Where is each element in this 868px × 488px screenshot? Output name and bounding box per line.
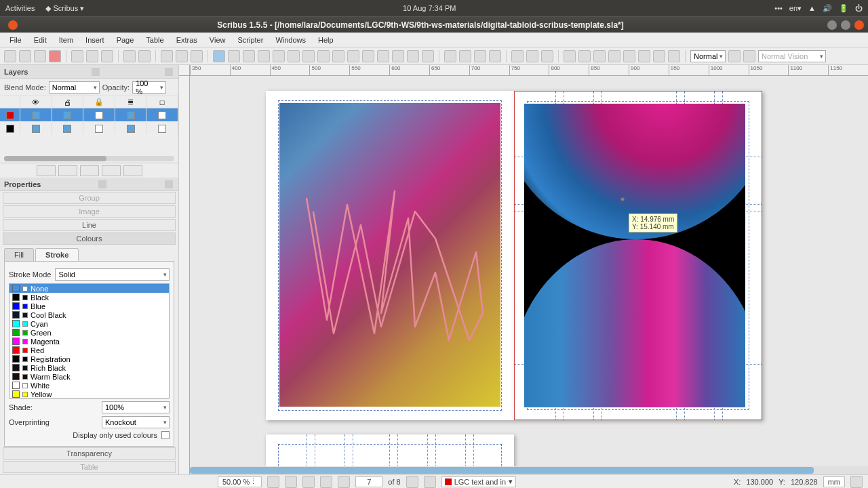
ruler-horizontal[interactable]: 3504004505005506006507007508008509009501… [190, 65, 868, 76]
select-tool-icon[interactable] [213, 50, 225, 62]
ruler-vertical[interactable] [179, 76, 190, 474]
menu-table[interactable]: Table [140, 35, 169, 45]
layer-row[interactable] [0, 122, 178, 136]
minimize-icon[interactable] [827, 20, 837, 30]
unit-select[interactable]: mm [823, 476, 845, 487]
current-layer-select[interactable]: LGC text and in ▾ [441, 476, 516, 487]
menu-help[interactable]: Help [313, 35, 339, 45]
dup-layer-button[interactable] [80, 165, 99, 176]
close-icon[interactable] [8, 20, 18, 30]
ruler-origin[interactable] [179, 65, 190, 76]
freehand-icon[interactable] [377, 50, 389, 62]
paste-icon[interactable] [191, 50, 203, 62]
indicator-icon[interactable]: ••• [774, 4, 783, 12]
tab-fill[interactable]: Fill [4, 248, 34, 261]
polygon-icon[interactable] [317, 50, 330, 62]
color-item[interactable]: Blue [9, 302, 169, 310]
checkbox-icon[interactable] [32, 125, 40, 133]
artwork-frame[interactable] [524, 104, 745, 407]
pdf-radio-icon[interactable] [578, 50, 591, 62]
pdf-text-icon[interactable] [593, 50, 606, 62]
checkbox-icon[interactable] [127, 111, 135, 119]
overprint-select[interactable]: Knockout [102, 416, 170, 428]
activities-button[interactable]: Activities [5, 4, 35, 12]
shade-select[interactable]: 100% [102, 401, 170, 413]
layer-row[interactable] [0, 108, 178, 122]
checkbox-icon[interactable] [32, 111, 40, 119]
spiral-icon[interactable] [332, 50, 344, 62]
link-frames-icon[interactable] [474, 50, 486, 62]
close-doc-icon[interactable] [49, 50, 61, 62]
zoom-field[interactable]: 50.00 % ⋮ [218, 476, 262, 487]
rotate-icon[interactable] [407, 50, 419, 62]
menu-page[interactable]: Page [111, 35, 140, 45]
copy-icon[interactable] [176, 50, 188, 62]
menu-extras[interactable]: Extras [171, 35, 203, 45]
edit-contents-icon[interactable] [444, 50, 456, 62]
status-extra-icon[interactable] [850, 476, 863, 488]
panel-close-icon[interactable] [165, 180, 173, 188]
pdf-icon[interactable] [101, 50, 113, 62]
remove-layer-button[interactable] [58, 165, 77, 176]
toggle-cms-icon[interactable] [728, 50, 741, 62]
checkbox-icon[interactable] [158, 111, 166, 119]
preflight-icon[interactable] [86, 50, 98, 62]
close-icon[interactable] [854, 20, 864, 30]
zoom-out-icon[interactable] [267, 476, 279, 488]
color-item[interactable]: Magenta [9, 337, 169, 346]
line-tool-icon[interactable] [347, 50, 359, 62]
pdf-combo-icon[interactable] [623, 50, 635, 62]
checkbox-icon[interactable] [95, 125, 103, 133]
layers-panel-header[interactable]: Layers [0, 65, 178, 79]
preview-mode-select[interactable]: Normal [690, 50, 726, 62]
color-item[interactable]: Yellow [9, 390, 169, 399]
page-right[interactable]: X: 14.976 mm Y: 15.140 mm [514, 91, 762, 420]
render-frame-icon[interactable] [258, 50, 270, 62]
volume-icon[interactable]: 🔊 [823, 4, 832, 13]
gradient-frame[interactable] [279, 103, 500, 407]
zoom-icon[interactable] [422, 50, 434, 62]
add-layer-button[interactable] [37, 165, 56, 176]
open-icon[interactable] [19, 50, 31, 62]
checkbox-icon[interactable] [95, 111, 103, 119]
new-icon[interactable] [4, 50, 16, 62]
arc-icon[interactable] [302, 50, 315, 62]
menu-edit[interactable]: Edit [28, 35, 52, 45]
panel-collapse-icon[interactable] [98, 180, 106, 188]
panel-close-icon[interactable] [165, 68, 173, 76]
color-item[interactable]: None [9, 284, 169, 293]
prop-group-colours[interactable]: Colours [3, 232, 176, 245]
redo-icon[interactable] [138, 50, 151, 62]
selection-handle[interactable] [620, 197, 625, 201]
color-item[interactable]: White [9, 381, 169, 390]
page-field[interactable]: 7 [355, 476, 382, 487]
measure-icon[interactable] [511, 50, 524, 62]
panel-collapse-icon[interactable] [92, 68, 100, 76]
power-icon[interactable]: ⏻ [855, 4, 863, 12]
lang-indicator[interactable]: en▾ [789, 4, 802, 13]
prev-page-icon[interactable] [338, 476, 350, 488]
color-item[interactable]: Black [9, 293, 169, 302]
layer-down-button[interactable] [123, 165, 142, 176]
canvas-h-scrollbar[interactable] [190, 466, 868, 474]
undo-icon[interactable] [123, 50, 136, 62]
maximize-icon[interactable] [841, 20, 850, 30]
text-frame-icon[interactable] [228, 50, 240, 62]
vision-select[interactable]: Normal Vision [758, 50, 826, 62]
menu-file[interactable]: File [4, 35, 27, 45]
prop-group-transparency[interactable]: Transparency [3, 447, 176, 460]
tab-stroke[interactable]: Stroke [35, 248, 79, 261]
table-icon[interactable] [273, 50, 285, 62]
save-icon[interactable] [34, 50, 46, 62]
checkbox-icon[interactable] [127, 125, 135, 133]
stroke-mode-select[interactable]: Solid [55, 268, 170, 281]
color-item[interactable]: Registration [9, 354, 169, 363]
color-list[interactable]: NoneBlackBlueCool BlackCyanGreenMagentaR… [9, 283, 170, 399]
color-item[interactable]: Cool Black [9, 310, 169, 319]
pdf-annot-icon[interactable] [653, 50, 665, 62]
copy-props-icon[interactable] [526, 50, 538, 62]
color-item[interactable]: Warm Black [9, 372, 169, 381]
network-icon[interactable]: ▲ [808, 4, 816, 12]
menu-scripter[interactable]: Scripter [232, 35, 269, 45]
battery-icon[interactable]: 🔋 [839, 4, 848, 13]
